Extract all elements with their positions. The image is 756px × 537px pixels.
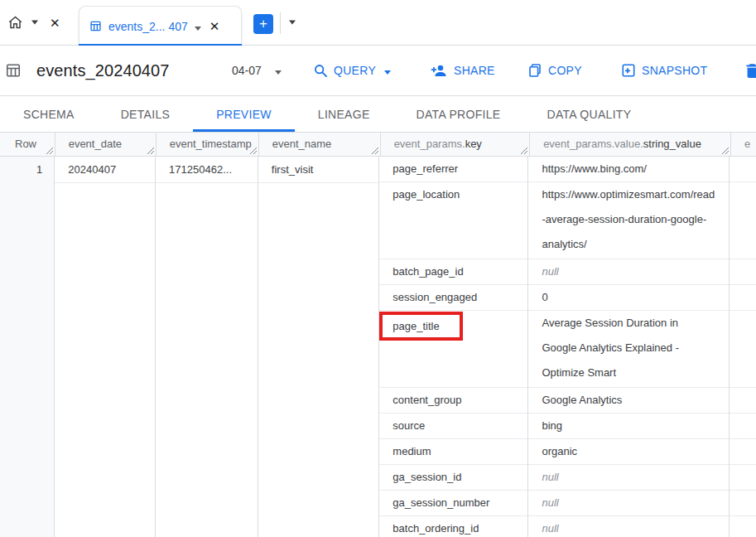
close-tab-icon[interactable]: ✕ <box>209 20 220 32</box>
column-header-event-params-key[interactable]: event_params.key <box>381 133 531 156</box>
column-resize-handle[interactable] <box>721 147 729 154</box>
param-value-cell[interactable]: https://www.optimizesmart.com/read-avera… <box>528 182 729 259</box>
event-date-cell[interactable]: 20240407 <box>55 157 155 183</box>
search-icon <box>313 63 328 78</box>
param-value-cell[interactable]: Average Session Duration in Google Analy… <box>528 311 729 388</box>
copy-icon <box>527 63 542 78</box>
partial-cell <box>730 491 756 516</box>
active-editor-tab[interactable]: events_2... 407 ✕ <box>79 6 242 46</box>
table-toolbar: events_20240407 04-07 QUERY SHARE COPY <box>0 46 756 96</box>
strip-divider <box>280 12 281 34</box>
column-header-label: key <box>465 138 482 150</box>
param-value-cell[interactable]: https://www.bing.com/ <box>528 157 729 182</box>
snapshot-button-label: SNAPSHOT <box>642 64 707 77</box>
param-value-cell[interactable]: null <box>528 465 729 491</box>
param-key-cell[interactable]: session_engaged <box>379 285 527 311</box>
new-tab-button[interactable]: + <box>253 14 273 34</box>
highlight-box: page_title <box>379 312 462 341</box>
column-header-label: event_date <box>69 138 122 150</box>
table-icon <box>89 20 102 32</box>
tab-menu-caret-icon[interactable] <box>195 19 201 34</box>
param-value-cell[interactable]: null <box>528 516 729 537</box>
column-resize-handle[interactable] <box>371 147 378 154</box>
param-key-cell[interactable]: medium <box>379 439 527 465</box>
param-value-cell[interactable]: bing <box>528 414 729 439</box>
query-button[interactable]: QUERY <box>313 63 391 78</box>
column-header-label: string_value <box>643 138 701 150</box>
param-key-cell[interactable]: ga_session_id <box>379 465 527 491</box>
column-header-event-date[interactable]: event_date <box>55 133 156 156</box>
snapshot-icon <box>621 63 636 78</box>
param-value-cell[interactable]: organic <box>528 439 729 465</box>
column-resize-handle[interactable] <box>46 147 53 154</box>
partial-cell <box>730 182 756 259</box>
event-params-value-column: https://www.bing.com/https://www.optimiz… <box>528 157 730 537</box>
event-timestamp-cell[interactable]: 171250462... <box>156 157 258 183</box>
copy-button[interactable]: COPY <box>527 63 582 78</box>
preview-table-header: Row event_date event_timestamp event_nam… <box>0 133 756 157</box>
param-key-cell[interactable]: page_title <box>379 311 527 388</box>
delete-button[interactable] <box>744 62 756 79</box>
column-header-prefix: event_params.value. <box>543 138 643 150</box>
partial-cell <box>730 285 756 311</box>
param-value-cell[interactable]: Google Analytics <box>528 388 729 414</box>
row-number[interactable]: 1 <box>0 157 54 183</box>
query-button-label: QUERY <box>334 64 376 77</box>
param-key-cell[interactable]: page_location <box>379 182 527 259</box>
tab-preview[interactable]: PREVIEW <box>193 96 295 132</box>
param-key-cell[interactable]: source <box>379 414 527 439</box>
copy-button-label: COPY <box>548 64 582 77</box>
event-params-key-column: page_referrerpage_locationbatch_page_ids… <box>379 157 528 537</box>
partial-cell <box>730 414 756 439</box>
param-key-cell[interactable]: batch_page_id <box>379 259 527 285</box>
partial-cell <box>730 465 756 491</box>
partition-value: 04-07 <box>232 64 262 77</box>
column-header-label: event_timestamp <box>170 138 252 150</box>
new-tab-options-caret-icon[interactable] <box>289 21 296 25</box>
column-header-prefix: event_params. <box>394 138 465 150</box>
column-header-row[interactable]: Row <box>0 133 55 156</box>
column-header-label: event_name <box>272 138 332 150</box>
column-header-partial[interactable]: e <box>731 133 756 156</box>
tab-data-profile[interactable]: DATA PROFILE <box>393 96 524 132</box>
column-resize-handle[interactable] <box>249 147 257 154</box>
query-caret-icon <box>384 64 391 77</box>
close-home-icon[interactable]: ✕ <box>50 17 60 29</box>
column-resize-handle[interactable] <box>520 147 527 154</box>
person-add-icon <box>430 63 448 78</box>
param-value-cell[interactable]: 0 <box>528 285 729 311</box>
snapshot-button[interactable]: SNAPSHOT <box>621 63 707 78</box>
partial-cell <box>730 157 756 182</box>
column-header-event-name[interactable]: event_name <box>259 133 381 156</box>
page-title: events_20240407 <box>36 61 170 80</box>
tab-data-quality[interactable]: DATA QUALITY <box>523 96 654 132</box>
partition-selector[interactable]: 04-07 <box>232 63 282 78</box>
table-icon <box>5 62 22 79</box>
share-button[interactable]: SHARE <box>430 63 495 78</box>
param-key-cell[interactable]: ga_session_number <box>379 491 527 516</box>
home-menu-caret-icon[interactable] <box>31 21 38 25</box>
partial-cell <box>730 388 756 414</box>
event-timestamp-column: 171250462... <box>156 157 258 537</box>
partial-cell <box>730 439 756 465</box>
partial-cell <box>730 311 756 388</box>
trash-icon <box>744 62 756 79</box>
column-header-event-timestamp[interactable]: event_timestamp <box>156 133 259 156</box>
editor-tab-label: events_2... 407 <box>108 20 188 33</box>
home-icon[interactable] <box>7 14 24 31</box>
param-value-cell[interactable]: null <box>528 259 729 285</box>
param-key-cell[interactable]: batch_ordering_id <box>379 516 527 537</box>
tab-schema[interactable]: SCHEMA <box>0 96 98 132</box>
editor-tab-strip: ✕ events_2... 407 ✕ + <box>0 0 756 46</box>
param-key-cell[interactable]: page_referrer <box>379 157 527 182</box>
column-resize-handle[interactable] <box>147 147 154 154</box>
param-value-cell[interactable]: null <box>528 491 729 516</box>
event-name-column: first_visit <box>258 157 380 537</box>
tab-lineage[interactable]: LINEAGE <box>295 96 393 132</box>
param-key-cell[interactable]: content_group <box>379 388 527 414</box>
event-name-cell[interactable]: first_visit <box>258 157 379 183</box>
tab-details[interactable]: DETAILS <box>98 96 193 132</box>
partial-cell <box>730 516 756 537</box>
partial-cell <box>730 259 756 285</box>
column-header-event-params-string-value[interactable]: event_params.value.string_value <box>530 133 731 156</box>
